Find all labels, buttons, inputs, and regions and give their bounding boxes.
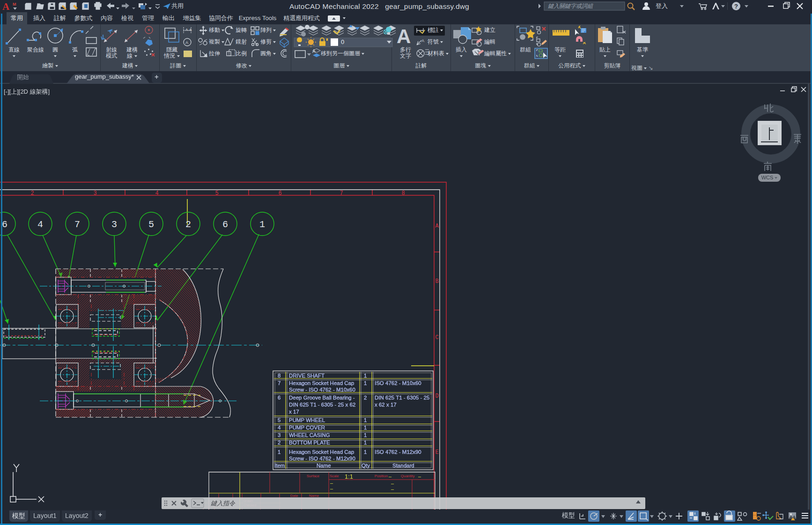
- svg-text:1: 1: [364, 373, 367, 378]
- svg-text:WHEEL CASING: WHEEL CASING: [289, 432, 330, 438]
- svg-text:6: 6: [278, 395, 281, 400]
- svg-text:Screw - ISO 4762 - M10x60: Screw - ISO 4762 - M10x60: [289, 387, 355, 392]
- svg-text:PUMP WHEEL: PUMP WHEEL: [289, 417, 325, 423]
- svg-text:x 62 x 17: x 62 x 17: [375, 402, 397, 407]
- svg-text:1: 1: [364, 417, 367, 423]
- svg-text:2: 2: [364, 395, 367, 400]
- svg-text:1: 1: [364, 425, 367, 430]
- svg-text:Hexagon Socket Head Cap: Hexagon Socket Head Cap: [289, 380, 354, 386]
- svg-text:x 17: x 17: [289, 409, 299, 414]
- svg-text:–: –: [389, 473, 392, 479]
- svg-text:PUMP COVER: PUMP COVER: [289, 425, 325, 430]
- svg-text:DRIVE SHAFT: DRIVE SHAFT: [289, 373, 325, 378]
- svg-text:A: A: [397, 25, 411, 47]
- svg-text:Qty: Qty: [362, 463, 370, 468]
- svg-text:A: A: [2, 1, 10, 12]
- svg-text:1: 1: [278, 449, 281, 455]
- svg-text:Name: Name: [317, 463, 331, 468]
- svg-text:DIN 625 T1 - 6305 - 25: DIN 625 T1 - 6305 - 25: [375, 395, 429, 400]
- svg-text:Scale: Scale: [330, 474, 340, 478]
- svg-text:3: 3: [278, 432, 281, 438]
- svg-text:1: 1: [364, 432, 367, 438]
- svg-text:A-A: A-A: [185, 28, 192, 32]
- svg-text:Item: Item: [274, 463, 285, 468]
- svg-text:A: A: [312, 49, 316, 54]
- svg-text:–: –: [391, 486, 394, 492]
- svg-text:–: –: [330, 480, 333, 486]
- svg-text:2: 2: [278, 440, 281, 445]
- svg-text:A: A: [185, 40, 188, 45]
- svg-text:Surface: Surface: [307, 474, 320, 478]
- svg-text:BOTTOM PLATE: BOTTOM PLATE: [289, 440, 330, 445]
- svg-text:–: –: [330, 486, 333, 491]
- svg-text:Hexagon Socket Head Cap: Hexagon Socket Head Cap: [289, 449, 354, 455]
- svg-text:1: 1: [364, 440, 367, 445]
- svg-text:–: –: [391, 481, 394, 486]
- svg-text:A: A: [421, 38, 424, 43]
- svg-text:1: 1: [364, 380, 367, 386]
- svg-text:–: –: [418, 473, 421, 479]
- svg-text:ISO 4762 - M10x60: ISO 4762 - M10x60: [375, 380, 421, 386]
- svg-text:8: 8: [278, 373, 281, 378]
- svg-text:Deep Groove Ball Bearing -: Deep Groove Ball Bearing -: [289, 395, 355, 400]
- svg-text:5: 5: [278, 417, 281, 423]
- svg-text:Standard: Standard: [392, 463, 414, 468]
- svg-text:M: M: [13, 2, 16, 7]
- svg-text:1: 1: [364, 449, 367, 455]
- svg-text:Quantity: Quantity: [401, 474, 415, 478]
- svg-text:1:1: 1:1: [345, 473, 353, 480]
- svg-text:4: 4: [278, 425, 281, 430]
- svg-text:?: ?: [734, 3, 738, 10]
- svg-text:DIN 625 T1 - 6305 - 25 x 62: DIN 625 T1 - 6305 - 25 x 62: [289, 402, 355, 407]
- svg-text:ISO 4762 - M12x90: ISO 4762 - M12x90: [375, 449, 421, 455]
- svg-text:Position: Position: [375, 474, 388, 478]
- svg-text:7: 7: [278, 380, 281, 386]
- svg-text:Screw - ISO 4762 - M12x90: Screw - ISO 4762 - M12x90: [289, 456, 355, 461]
